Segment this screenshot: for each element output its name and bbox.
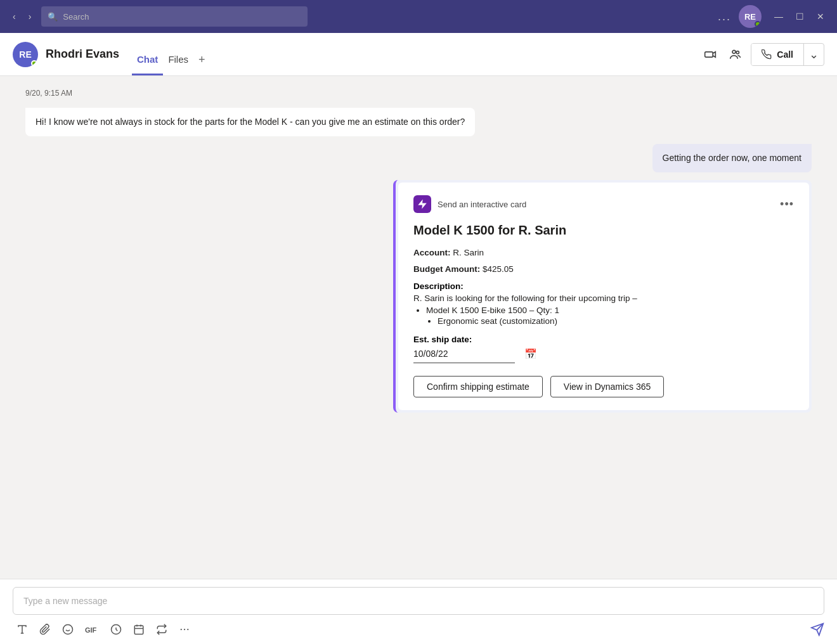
- video-icon[interactable]: [700, 44, 720, 65]
- sticker-button[interactable]: [107, 620, 126, 639]
- maximize-button[interactable]: ☐: [791, 9, 809, 24]
- tab-files[interactable]: Files: [163, 33, 193, 75]
- card-description-text: R. Sarin is looking for the following fo…: [413, 293, 794, 303]
- svg-point-14: [184, 629, 185, 630]
- card-action-buttons: Confirm shipping estimate View in Dynami…: [413, 376, 794, 397]
- tab-chat[interactable]: Chat: [132, 33, 163, 75]
- emoji-button[interactable]: [58, 620, 77, 639]
- svg-point-1: [732, 50, 736, 53]
- svg-rect-0: [705, 51, 713, 56]
- card-description-label: Description:: [413, 281, 794, 291]
- navigation-buttons: ‹ ›: [8, 8, 36, 25]
- title-bar-right: ... RE — ☐ ✕: [718, 5, 829, 28]
- gif-button[interactable]: GIF: [81, 621, 103, 638]
- send-button[interactable]: [810, 622, 824, 636]
- incoming-message: Hi! I know we're not always in stock for…: [25, 108, 475, 136]
- search-bar[interactable]: 🔍: [41, 6, 308, 27]
- svg-rect-9: [134, 626, 143, 634]
- chat-area: 9/20, 9:15 AM Hi! I know we're not alway…: [0, 76, 837, 579]
- user-avatar-titlebar: RE: [739, 5, 762, 28]
- svg-text:GIF: GIF: [85, 626, 97, 634]
- card-header-label: Send an interactive card: [438, 200, 526, 209]
- title-bar: ‹ › 🔍 ... RE — ☐ ✕: [0, 0, 837, 33]
- user-status-dot: [755, 21, 761, 27]
- card-sub-list: Ergonomic seat (customization): [426, 316, 794, 326]
- confirm-shipping-button[interactable]: Confirm shipping estimate: [413, 376, 543, 397]
- list-item-1: Model K 1500 E-bike 1500 – Qty: 1: [426, 306, 794, 315]
- card-more-options[interactable]: •••: [780, 198, 794, 211]
- header-tabs: Chat Files +: [132, 33, 211, 75]
- people-icon[interactable]: [725, 44, 746, 65]
- forward-button[interactable]: ›: [23, 8, 37, 25]
- svg-point-13: [181, 629, 182, 630]
- back-button[interactable]: ‹: [8, 8, 21, 25]
- header-right-actions: Call ⌄: [700, 43, 824, 66]
- list-item-1a: Ergonomic seat (customization): [438, 316, 794, 326]
- view-dynamics-button[interactable]: View in Dynamics 365: [550, 376, 664, 397]
- call-dropdown-button[interactable]: ⌄: [803, 44, 824, 65]
- avatar: RE: [13, 42, 38, 67]
- message-toolbar: GIF: [13, 620, 824, 639]
- add-tab-button[interactable]: +: [193, 33, 211, 75]
- message-input-box[interactable]: Type a new message: [13, 587, 824, 615]
- card-account-field: Account: R. Sarin: [413, 247, 794, 259]
- more-options-icon[interactable]: ...: [718, 10, 731, 23]
- card-header-left: Send an interactive card: [413, 195, 526, 213]
- close-button[interactable]: ✕: [812, 9, 829, 24]
- card-item-list: Model K 1500 E-bike 1500 – Qty: 1 Ergono…: [413, 306, 794, 326]
- incoming-message-bubble: Hi! I know we're not always in stock for…: [25, 108, 475, 136]
- search-input[interactable]: [63, 12, 301, 22]
- format-button[interactable]: [13, 620, 32, 639]
- calendar-icon[interactable]: 📅: [524, 348, 537, 360]
- outgoing-message-bubble: Getting the order now, one moment: [652, 144, 812, 172]
- outgoing-message: Getting the order now, one moment: [652, 144, 812, 172]
- user-online-status: [31, 60, 37, 67]
- more-actions-button[interactable]: [175, 620, 194, 639]
- card-title: Model K 1500 for R. Sarin: [413, 223, 794, 238]
- message-input-placeholder: Type a new message: [23, 596, 107, 606]
- window-controls: — ☐ ✕: [769, 9, 829, 24]
- card-header-row: Send an interactive card •••: [413, 195, 794, 213]
- date-input[interactable]: [413, 349, 524, 359]
- svg-point-3: [63, 625, 73, 634]
- call-button-group: Call ⌄: [751, 43, 824, 66]
- minimize-button[interactable]: —: [769, 9, 788, 24]
- svg-point-15: [187, 629, 188, 630]
- message-input-area: Type a new message GIF: [0, 579, 837, 644]
- est-ship-label: Est. ship date:: [413, 335, 794, 344]
- interactive-card-wrapper: Send an interactive card ••• Model K 150…: [393, 180, 812, 413]
- svg-point-2: [737, 51, 739, 53]
- loop-button[interactable]: [152, 620, 171, 639]
- message-timestamp: 9/20, 9:15 AM: [25, 89, 812, 98]
- chat-header: RE Rhodri Evans Chat Files + Call ⌄: [0, 33, 837, 76]
- card-budget-field: Budget Amount: $425.05: [413, 263, 794, 276]
- date-input-wrapper[interactable]: 📅: [413, 348, 515, 363]
- schedule-button[interactable]: [129, 620, 148, 639]
- search-icon: 🔍: [48, 12, 58, 22]
- call-button[interactable]: Call: [751, 44, 803, 65]
- card-app-icon: [413, 195, 431, 213]
- contact-name: Rhodri Evans: [46, 48, 119, 61]
- attach-button[interactable]: [36, 620, 55, 639]
- interactive-card: Send an interactive card ••• Model K 150…: [398, 183, 809, 410]
